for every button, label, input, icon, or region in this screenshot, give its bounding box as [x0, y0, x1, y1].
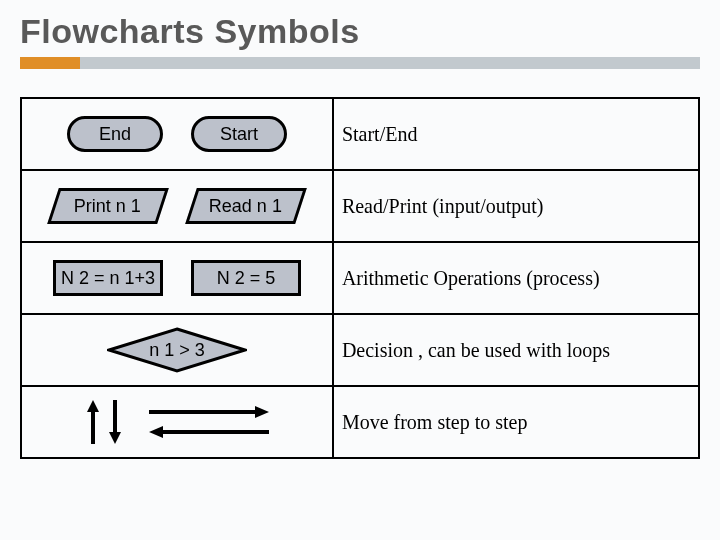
row-description: Read/Print (input/output): [333, 170, 699, 242]
shape-label: Print n 1: [74, 196, 141, 217]
row-description: Move from step to step: [333, 386, 699, 458]
io-shape: Read n 1: [185, 188, 307, 224]
svg-marker-8: [149, 426, 163, 438]
process-shape: N 2 = 5: [191, 260, 301, 296]
table-row: Move from step to step: [21, 386, 699, 458]
svg-marker-4: [109, 432, 121, 444]
vertical-arrows: [85, 400, 123, 444]
table-row: End Start Start/End: [21, 98, 699, 170]
table-row: Print n 1 Read n 1 Read/Print (input/out…: [21, 170, 699, 242]
io-shape: Print n 1: [47, 188, 169, 224]
shape-label: N 2 = 5: [217, 268, 276, 289]
shape-label: N 2 = n 1+3: [61, 268, 155, 289]
row-description: Decision , can be used with loops: [333, 314, 699, 386]
table-row: N 2 = n 1+3 N 2 = 5 Arithmetic Operation…: [21, 242, 699, 314]
arrow-up-icon: [85, 400, 101, 444]
row-description: Arithmetic Operations (process): [333, 242, 699, 314]
shape-label: n 1 > 3: [149, 340, 205, 361]
shape-label: Start: [220, 124, 258, 145]
svg-marker-2: [87, 400, 99, 412]
table-row: n 1 > 3 Decision , can be used with loop…: [21, 314, 699, 386]
arrow-left-icon: [149, 425, 269, 439]
arrow-down-icon: [107, 400, 123, 444]
svg-marker-6: [255, 406, 269, 418]
symbols-table: End Start Start/End Print n 1 Read n 1: [20, 97, 700, 459]
row-description: Start/End: [333, 98, 699, 170]
horizontal-arrows: [149, 405, 269, 439]
accent-bar: [20, 57, 700, 69]
terminator-shape: End: [67, 116, 163, 152]
terminator-shape: Start: [191, 116, 287, 152]
arrow-right-icon: [149, 405, 269, 419]
process-shape: N 2 = n 1+3: [53, 260, 163, 296]
shape-label: End: [99, 124, 131, 145]
decision-shape: n 1 > 3: [107, 327, 247, 373]
slide-title: Flowcharts Symbols: [20, 12, 700, 51]
shape-label: Read n 1: [209, 196, 282, 217]
